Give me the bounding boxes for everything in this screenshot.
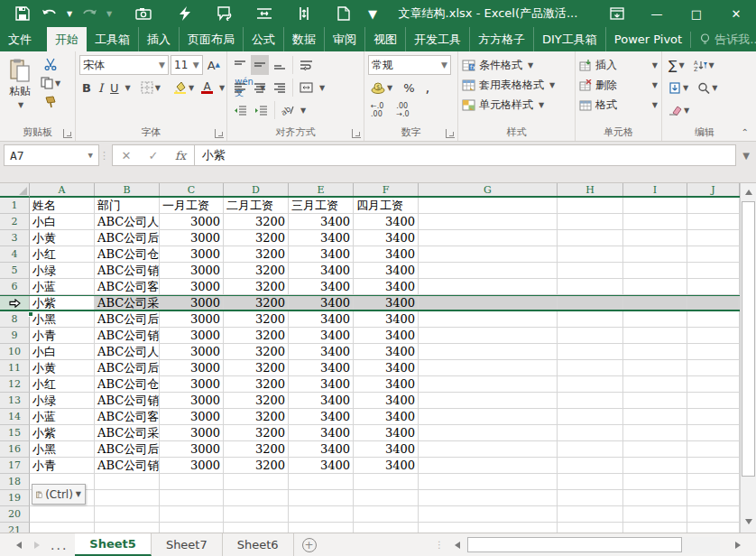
borders-dropdown-icon[interactable]: ▼ — [155, 84, 161, 92]
cell-J4[interactable] — [687, 246, 740, 263]
undo-dropdown-icon[interactable]: ▼ — [63, 2, 76, 25]
cell-C3[interactable]: 3000 — [160, 230, 224, 246]
cell-G6[interactable] — [419, 279, 558, 295]
cell-B14[interactable]: ABC公司客 — [95, 409, 160, 425]
row-header-1[interactable]: 1 — [0, 198, 30, 214]
sort-filter-button[interactable]: AZ ▼ — [691, 55, 717, 75]
cell-E5[interactable]: 3400 — [289, 263, 354, 279]
sheet-tab-Sheet5[interactable]: Sheet5 — [75, 533, 152, 556]
sheet-prev-icon[interactable] — [16, 542, 22, 549]
scroll-right-button[interactable] — [720, 533, 756, 556]
cell-D21[interactable] — [224, 523, 289, 533]
cell-H8[interactable] — [558, 311, 623, 328]
cell-I5[interactable] — [623, 263, 687, 279]
cell-J6[interactable] — [687, 279, 740, 295]
row-header-20[interactable]: 20 — [0, 506, 30, 523]
cell-J15[interactable] — [687, 425, 740, 441]
column-header-E[interactable]: E — [289, 183, 354, 196]
horizontal-scroll-thumb[interactable] — [467, 537, 682, 552]
cell-E1[interactable]: 三月工资 — [289, 198, 354, 214]
cell-J10[interactable] — [687, 344, 740, 360]
cell-G11[interactable] — [419, 360, 558, 376]
close-button[interactable]: ✕ — [716, 0, 756, 27]
cell-I19[interactable] — [623, 490, 687, 506]
ribbon-tab-审阅[interactable]: 审阅 — [324, 27, 364, 51]
cell-G17[interactable] — [419, 458, 558, 474]
sheet-tab-Sheet6[interactable]: Sheet6 — [223, 533, 294, 556]
cell-H10[interactable] — [558, 344, 623, 360]
distribute-rows-icon[interactable] — [251, 2, 278, 25]
cell-A20[interactable] — [30, 506, 95, 523]
cell-B17[interactable]: ABC公司销 — [95, 458, 160, 474]
cell-F21[interactable] — [354, 523, 419, 533]
cell-D5[interactable]: 3200 — [224, 263, 289, 279]
cell-I6[interactable] — [623, 279, 687, 295]
row-header-19[interactable]: 19 — [0, 490, 30, 506]
cell-C17[interactable]: 3000 — [160, 458, 224, 474]
format-cells-button[interactable]: 格式▼ — [579, 95, 658, 115]
row-header-18[interactable]: 18 — [0, 474, 30, 490]
increase-font-icon[interactable]: A▲ — [205, 55, 223, 75]
formula-input[interactable]: 小紫 — [195, 144, 736, 166]
cell-D20[interactable] — [224, 506, 289, 523]
cell-E8[interactable]: 3400 — [289, 311, 354, 328]
undo-icon[interactable] — [36, 2, 63, 25]
ribbon-tab-公式[interactable]: 公式 — [243, 27, 283, 51]
cell-F6[interactable]: 3400 — [354, 279, 419, 295]
cell-E21[interactable] — [289, 523, 354, 533]
cell-C21[interactable] — [160, 523, 224, 533]
cell-A9[interactable]: 小青 — [30, 328, 95, 344]
cell-B2[interactable]: ABC公司人 — [95, 214, 160, 230]
ribbon-tab-插入[interactable]: 插入 — [138, 27, 179, 51]
cell-F7[interactable]: 3400 — [354, 296, 419, 310]
sheet-tab-Sheet7[interactable]: Sheet7 — [152, 533, 223, 556]
comma-style-button[interactable]: , — [423, 78, 433, 97]
scroll-down-icon[interactable] — [742, 514, 756, 529]
cell-A17[interactable]: 小青 — [30, 458, 95, 474]
cell-D1[interactable]: 二月工资 — [224, 198, 289, 214]
row-header-12[interactable]: 12 — [0, 376, 30, 393]
cell-I15[interactable] — [623, 425, 687, 441]
cell-I2[interactable] — [623, 214, 687, 230]
cell-F8[interactable]: 3400 — [354, 311, 419, 328]
align-center-icon[interactable] — [251, 78, 269, 97]
cell-C14[interactable]: 3000 — [160, 409, 224, 425]
cell-F5[interactable]: 3400 — [354, 263, 419, 279]
cell-G13[interactable] — [419, 393, 558, 409]
new-document-icon[interactable] — [330, 2, 357, 25]
cell-H18[interactable] — [558, 474, 623, 490]
paste-button[interactable]: 粘贴 ▼ — [4, 55, 36, 120]
cell-C12[interactable]: 3000 — [160, 376, 224, 393]
cell-D16[interactable]: 3200 — [224, 441, 289, 458]
cell-H5[interactable] — [558, 263, 623, 279]
sheet-next-icon[interactable] — [34, 542, 40, 549]
row-header-11[interactable]: 11 — [0, 360, 30, 376]
cell-C20[interactable] — [160, 506, 224, 523]
cell-F9[interactable]: 3400 — [354, 328, 419, 344]
row-header-15[interactable]: 15 — [0, 425, 30, 441]
insert-cells-button[interactable]: 插入▼ — [579, 55, 658, 75]
insert-function-icon[interactable]: fx — [167, 149, 194, 162]
cell-B6[interactable]: ABC公司客 — [95, 279, 160, 295]
cell-I11[interactable] — [623, 360, 687, 376]
cell-F20[interactable] — [354, 506, 419, 523]
cell-styles-button[interactable]: 单元格样式▼ — [462, 95, 571, 115]
cell-A21[interactable] — [30, 523, 95, 533]
cell-A2[interactable]: 小白 — [30, 214, 95, 230]
font-dialog-launcher-icon[interactable] — [215, 129, 224, 138]
column-header-A[interactable]: A — [30, 183, 95, 196]
cell-G14[interactable] — [419, 409, 558, 425]
cell-B1[interactable]: 部门 — [95, 198, 160, 214]
increase-decimal-icon[interactable]: ←.0.00 — [368, 100, 386, 120]
cell-D4[interactable]: 3200 — [224, 246, 289, 263]
format-painter-button[interactable] — [38, 93, 63, 111]
cell-E18[interactable] — [289, 474, 354, 490]
cell-H21[interactable] — [558, 523, 623, 533]
cell-B16[interactable]: ABC公司后 — [95, 441, 160, 458]
cell-C13[interactable]: 3000 — [160, 393, 224, 409]
delete-cells-button[interactable]: 删除▼ — [579, 75, 658, 95]
ribbon-display-options-icon[interactable] — [597, 0, 637, 27]
confirm-entry-icon[interactable]: ✓ — [140, 149, 167, 162]
cell-A7[interactable]: 小紫 — [30, 296, 95, 310]
orientation-icon[interactable]: ab — [279, 100, 297, 120]
